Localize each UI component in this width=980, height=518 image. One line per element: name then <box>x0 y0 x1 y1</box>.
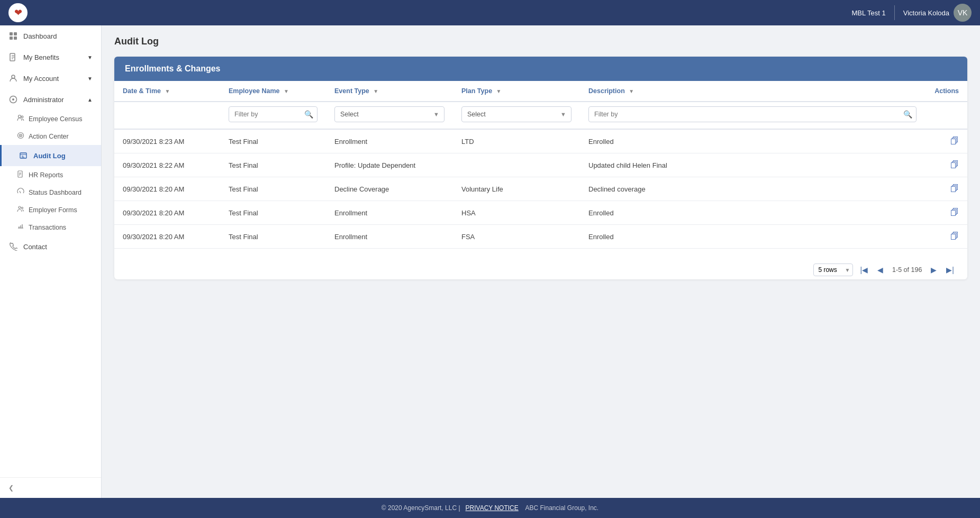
rows-wrap: 5 rows 10 rows 25 rows 50 rows ▼ <box>813 263 853 276</box>
sidebar-item-action-center[interactable]: Action Center <box>0 128 101 145</box>
sidebar-collapse[interactable]: ❮ <box>0 477 101 498</box>
event-type-filter: Select Enrollment Decline Coverage Profi… <box>334 106 444 122</box>
description-filter: 🔍 <box>588 106 917 122</box>
sort-datetime-icon: ▼ <box>165 88 170 94</box>
filter-actions-empty <box>925 102 967 129</box>
sidebar-label-action-center: Action Center <box>29 133 69 140</box>
table-wrapper: Date & Time ▼ Employee Name ▼ Event Type… <box>114 81 967 257</box>
top-nav-right: MBL Test 1 Victoria Koloda VK <box>851 4 972 22</box>
cell-plan-3: HSA <box>453 201 580 225</box>
sidebar-item-contact[interactable]: Contact <box>0 236 101 257</box>
dashboard-icon <box>8 31 18 41</box>
col-description[interactable]: Description ▼ <box>580 81 925 102</box>
footer-company: ABC Financial Group, Inc. <box>525 504 598 512</box>
sidebar-item-status-dashboard[interactable]: Status Dashboard <box>0 184 101 201</box>
admin-icon <box>8 95 18 104</box>
action-icon-4[interactable]: 🗍 <box>950 232 959 241</box>
action-icon-0[interactable]: 🗍 <box>950 137 959 146</box>
cell-plan-1 <box>453 153 580 177</box>
cell-actions-1: 🗍 <box>925 153 967 177</box>
svg-point-8 <box>12 75 15 78</box>
table-row: 09/30/2021 8:20 AM Test Final Enrollment… <box>114 201 967 225</box>
rows-select[interactable]: 5 rows 10 rows 25 rows 50 rows <box>813 263 853 276</box>
sidebar-item-transactions[interactable]: Transactions <box>0 219 101 236</box>
cell-desc-3: Enrolled <box>580 201 925 225</box>
cell-event-3: Enrollment <box>326 201 453 225</box>
rows-per-page: 5 rows 10 rows 25 rows 50 rows ▼ <box>813 263 853 276</box>
cell-datetime-2: 09/30/2021 8:20 AM <box>114 177 220 201</box>
page-prev-button[interactable]: ◀ <box>875 265 886 275</box>
svg-point-26 <box>22 207 23 209</box>
cell-plan-2: Voluntary Life <box>453 177 580 201</box>
sidebar-item-my-account[interactable]: My Account ▼ <box>0 68 101 89</box>
forms-icon <box>17 205 24 214</box>
audit-log-table: Date & Time ▼ Employee Name ▼ Event Type… <box>114 81 967 249</box>
avatar[interactable]: VK <box>954 4 972 22</box>
user-icon <box>8 74 18 83</box>
top-nav-left: ❤ <box>8 3 28 22</box>
page-info: 1-5 of 196 <box>892 266 922 274</box>
action-icon-3[interactable]: 🗍 <box>950 208 959 217</box>
target-icon <box>17 132 24 141</box>
audit-icon <box>19 151 28 160</box>
desc-search-icon[interactable]: 🔍 <box>903 110 912 119</box>
cell-event-2: Decline Coverage <box>326 177 453 201</box>
sidebar-item-employer-forms[interactable]: Employer Forms <box>0 201 101 219</box>
svg-point-25 <box>19 206 21 208</box>
col-plan-type[interactable]: Plan Type ▼ <box>453 81 580 102</box>
page-next-button[interactable]: ▶ <box>928 265 939 275</box>
logo: ❤ <box>8 3 28 22</box>
col-event-type[interactable]: Event Type ▼ <box>326 81 453 102</box>
svg-point-15 <box>20 135 21 136</box>
sidebar-item-administrator[interactable]: Administrator ▲ <box>0 89 101 110</box>
chevron-down-icon: ▼ <box>87 54 93 60</box>
action-icon-2[interactable]: 🗍 <box>950 184 959 193</box>
cell-plan-0: LTD <box>453 129 580 153</box>
table-row: 09/30/2021 8:20 AM Test Final Enrollment… <box>114 225 967 249</box>
employee-search-icon[interactable]: 🔍 <box>304 110 313 119</box>
sidebar-item-audit-log[interactable]: Audit Log <box>0 145 101 166</box>
card-title: Enrollments & Changes <box>125 64 220 73</box>
event-type-select[interactable]: Select Enrollment Decline Coverage Profi… <box>334 106 444 122</box>
company-name: MBL Test 1 <box>851 9 885 17</box>
transactions-icon <box>17 223 24 232</box>
collapse-icon: ❮ <box>8 484 14 492</box>
enrollments-card: Enrollments & Changes Date & Time ▼ Empl… <box>114 57 967 279</box>
sidebar-label-dashboard: Dashboard <box>23 32 57 40</box>
col-actions: Actions <box>925 81 967 102</box>
page-last-button[interactable]: ▶| <box>943 265 957 275</box>
cell-event-1: Profile: Update Dependent <box>326 153 453 177</box>
cell-desc-2: Declined coverage <box>580 177 925 201</box>
page-first-button[interactable]: |◀ <box>857 265 870 275</box>
sidebar-label-my-benefits: My Benefits <box>23 53 59 61</box>
sidebar-item-employee-census[interactable]: Employee Census <box>0 110 101 128</box>
action-icon-1[interactable]: 🗍 <box>950 160 959 169</box>
sort-event-icon: ▼ <box>373 88 378 94</box>
page-title: Audit Log <box>114 36 967 47</box>
col-employee-name[interactable]: Employee Name ▼ <box>220 81 326 102</box>
sidebar-item-hr-reports[interactable]: HR Reports <box>0 166 101 184</box>
sidebar-label-audit-log: Audit Log <box>33 152 66 160</box>
sidebar-item-dashboard[interactable]: Dashboard <box>0 25 101 47</box>
privacy-notice-link[interactable]: PRIVACY NOTICE <box>466 504 519 512</box>
cell-datetime-3: 09/30/2021 8:20 AM <box>114 201 220 225</box>
card-header: Enrollments & Changes <box>114 57 967 81</box>
chevron-down-icon: ▼ <box>87 76 93 81</box>
svg-point-10 <box>12 98 14 101</box>
plan-type-select[interactable]: Select LTD HSA FSA Voluntary Life <box>461 106 571 122</box>
description-input[interactable] <box>588 106 917 122</box>
filter-datetime <box>114 102 220 129</box>
sidebar-label-hr-reports: HR Reports <box>29 171 63 179</box>
table-row: 09/30/2021 8:23 AM Test Final Enrollment… <box>114 129 967 153</box>
table-row: 09/30/2021 8:22 AM Test Final Profile: U… <box>114 153 967 177</box>
sidebar-item-my-benefits[interactable]: My Benefits ▼ <box>0 47 101 68</box>
gauge-icon <box>17 188 24 197</box>
svg-rect-2 <box>10 37 13 40</box>
filter-employee-name: 🔍 <box>220 102 326 129</box>
col-datetime[interactable]: Date & Time ▼ <box>114 81 220 102</box>
census-icon <box>17 114 24 123</box>
svg-point-12 <box>21 116 23 118</box>
cell-event-4: Enrollment <box>326 225 453 249</box>
phone-icon <box>8 242 18 251</box>
main-content: Audit Log Enrollments & Changes Date & T… <box>102 25 980 498</box>
